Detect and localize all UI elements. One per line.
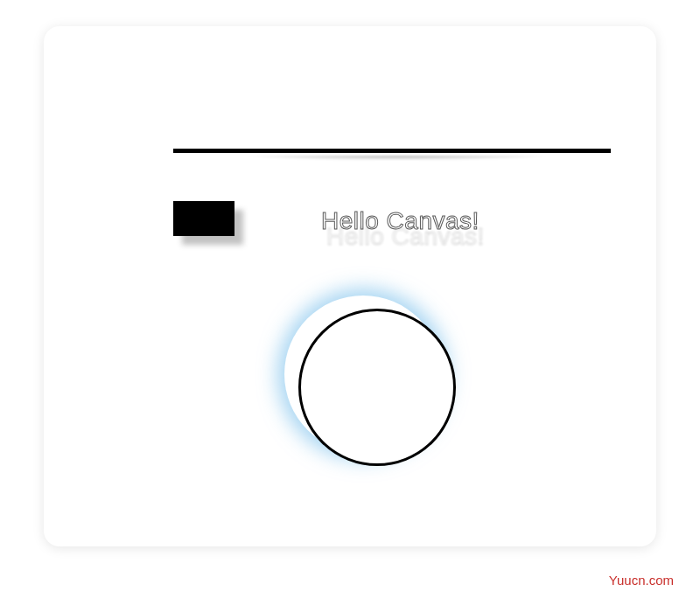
- watermark: Yuucn.com: [609, 573, 674, 588]
- filled-rectangle: [173, 201, 234, 236]
- line-shadow: [179, 156, 615, 163]
- canvas-text: Hello Canvas!: [321, 207, 480, 235]
- horizontal-line: [173, 149, 611, 153]
- canvas-card: Hello Canvas! Hello Canvas!: [44, 26, 656, 546]
- stroked-circle: [298, 309, 456, 466]
